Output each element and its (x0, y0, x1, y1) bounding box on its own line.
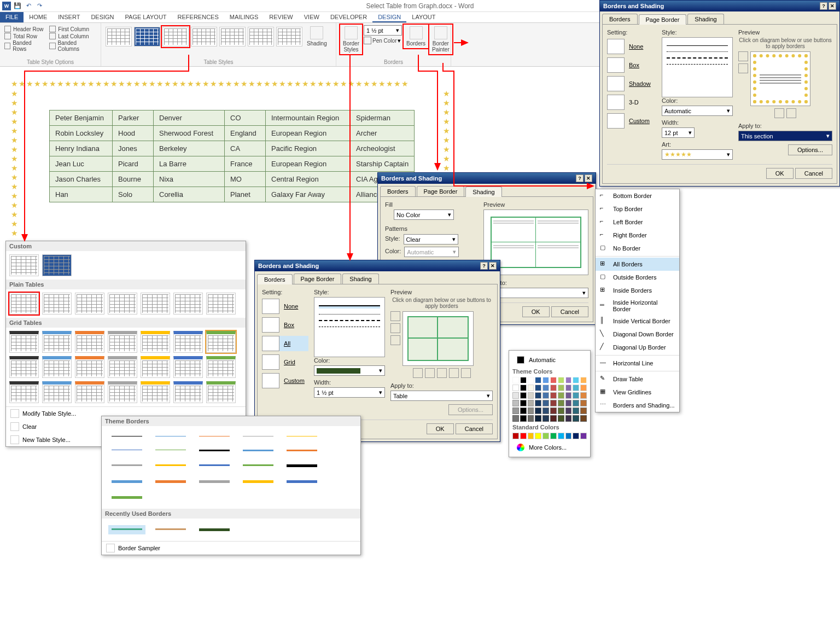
color-swatch[interactable] (528, 408, 534, 414)
border-menu-item[interactable]: ⋯Borders and Shading... (596, 399, 679, 412)
gallery-thumb[interactable] (42, 254, 72, 276)
gallery-thumb[interactable] (75, 293, 104, 315)
color-swatch[interactable] (542, 385, 549, 391)
table-cell[interactable]: Peter Benjamin (50, 110, 113, 126)
table-cell[interactable]: Bourne (113, 172, 154, 187)
ok-button[interactable]: OK (427, 423, 454, 434)
color-swatch[interactable] (542, 415, 549, 422)
color-swatch[interactable] (528, 415, 534, 422)
color-swatch[interactable] (565, 408, 572, 414)
undo-icon[interactable]: ↶ (24, 2, 33, 10)
setting-all[interactable]: All (262, 336, 308, 351)
table-cell[interactable]: Denver (154, 110, 225, 126)
checkbox[interactable] (4, 26, 11, 32)
color-swatch[interactable] (535, 392, 541, 399)
color-combo[interactable]: Automatic▾ (662, 106, 733, 116)
color-swatch[interactable] (573, 385, 579, 391)
color-swatch[interactable] (558, 377, 564, 383)
close-icon[interactable]: ✕ (829, 2, 836, 10)
checkbox[interactable] (49, 33, 56, 39)
table-cell[interactable]: Central Region (266, 172, 351, 187)
close-icon[interactable]: ✕ (585, 174, 592, 182)
preview-btn[interactable] (390, 335, 400, 345)
color-swatch[interactable] (558, 392, 564, 399)
color-swatch[interactable] (535, 377, 541, 383)
setting-box[interactable]: Box (262, 317, 308, 333)
gallery-thumb[interactable] (173, 356, 203, 378)
color-swatch[interactable] (520, 400, 527, 406)
color-swatch[interactable] (580, 377, 587, 383)
tab-borders[interactable]: Borders (257, 274, 293, 284)
help-icon[interactable]: ? (820, 2, 827, 10)
table-cell[interactable]: European Region (266, 126, 351, 141)
preview-diagram[interactable] (750, 51, 810, 106)
table-cell[interactable]: European Region (266, 156, 351, 172)
color-swatch[interactable] (580, 433, 587, 439)
color-swatch[interactable] (528, 392, 534, 399)
setting-none[interactable]: None (262, 299, 308, 314)
color-swatch[interactable] (512, 408, 519, 414)
gallery-thumb[interactable] (75, 331, 104, 353)
color-swatch[interactable] (550, 400, 557, 406)
gallery-thumb[interactable] (9, 356, 39, 378)
color-swatch[interactable] (512, 400, 519, 406)
color-swatch[interactable] (535, 433, 541, 439)
gallery-thumb[interactable] (108, 381, 137, 403)
table-cell[interactable]: Archeologist (351, 141, 415, 156)
color-swatch[interactable] (535, 400, 541, 406)
color-swatch[interactable] (573, 433, 579, 439)
preview-btn[interactable] (425, 368, 435, 378)
theme-borders-dropdown[interactable]: Theme Borders Recently Used Borders Bord… (101, 416, 361, 555)
color-swatch[interactable] (528, 377, 534, 383)
color-swatch[interactable] (550, 392, 557, 399)
table-cell[interactable]: Intermountain Region (266, 110, 351, 126)
border-swatch[interactable] (152, 525, 189, 534)
color-swatch[interactable] (520, 415, 527, 422)
tab-view[interactable]: VIEW (299, 12, 325, 22)
style-thumb[interactable] (191, 27, 217, 46)
save-icon[interactable]: 💾 (13, 2, 22, 10)
table-cell[interactable]: Galaxy Far Away (266, 187, 351, 202)
border-menu-item[interactable]: ⌐Top Border (596, 202, 679, 216)
gallery-thumb[interactable] (206, 356, 236, 378)
table-cell[interactable]: Jean Luc (50, 156, 113, 172)
table-cell[interactable]: Starship Captain (351, 156, 415, 172)
table-cell[interactable]: Nixa (154, 172, 225, 187)
options-button[interactable]: Options... (788, 144, 832, 155)
border-swatch[interactable] (196, 477, 233, 486)
color-swatch[interactable] (550, 408, 557, 414)
border-sampler[interactable]: Border Sampler (102, 541, 360, 555)
tab-review[interactable]: REVIEW (264, 12, 298, 22)
border-swatch[interactable] (152, 433, 189, 440)
setting-custom[interactable]: Custom (262, 373, 308, 388)
color-swatch[interactable] (542, 433, 549, 439)
color-swatch[interactable] (558, 400, 564, 406)
gallery-thumb[interactable] (9, 254, 39, 276)
table-cell[interactable]: Robin Locksley (50, 126, 113, 141)
width-combo[interactable]: 12 pt▾ (662, 127, 695, 138)
preview-btn[interactable] (461, 368, 471, 378)
color-swatch[interactable] (565, 392, 572, 399)
color-swatch[interactable] (558, 415, 564, 422)
automatic-color[interactable]: Automatic (512, 354, 587, 366)
border-swatch[interactable] (108, 477, 145, 486)
borders-shading-dialog-page[interactable]: Borders and Shading?✕ Borders Page Borde… (599, 0, 840, 187)
preview-btn[interactable] (390, 311, 400, 321)
color-swatch[interactable] (573, 392, 579, 399)
checkbox[interactable] (4, 43, 10, 49)
color-swatch[interactable] (550, 415, 557, 422)
color-swatch[interactable] (520, 377, 527, 383)
border-swatch[interactable] (152, 477, 189, 486)
color-palette[interactable]: Automatic Theme Colors Standard Colors M… (509, 350, 591, 457)
color-combo[interactable]: ▾ (314, 365, 385, 376)
checkbox[interactable] (49, 43, 55, 49)
border-swatch[interactable] (108, 433, 145, 440)
border-menu-item[interactable]: ⌐Left Border (596, 216, 679, 229)
preview-btn-top[interactable] (738, 51, 748, 61)
help-icon[interactable]: ? (480, 262, 488, 270)
preview-btn-bottom[interactable] (738, 63, 748, 73)
color-swatch[interactable] (520, 408, 527, 414)
border-swatch[interactable] (196, 433, 233, 440)
gallery-thumb[interactable] (42, 381, 72, 403)
border-swatch[interactable] (240, 433, 277, 440)
